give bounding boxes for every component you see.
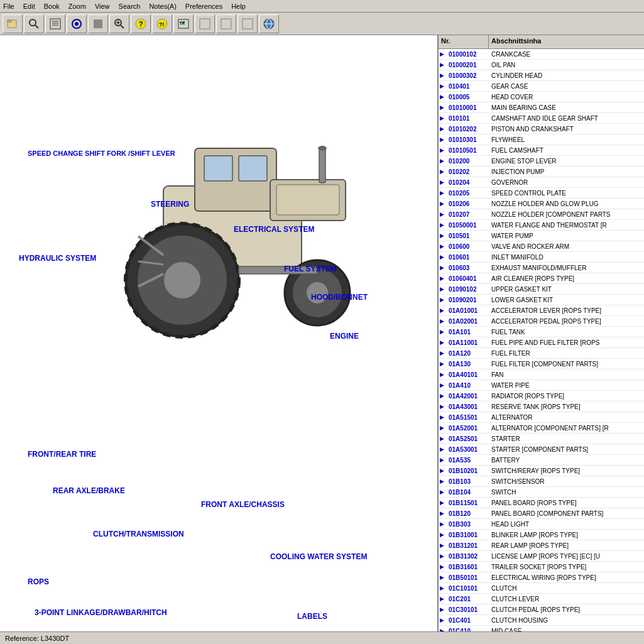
table-row[interactable]: ▶01C201CLUTCH LEVER — [439, 594, 644, 604]
label-fuel[interactable]: FUEL SYSTEM — [284, 265, 337, 273]
label-labels[interactable]: LABELS — [297, 612, 327, 621]
label-front-rear-tire[interactable]: FRONT/REAR TIRE — [28, 450, 96, 459]
toolbar-web[interactable] — [259, 14, 279, 33]
toolbar-prev[interactable] — [195, 14, 215, 33]
menu-preferences[interactable]: Preferences — [183, 3, 224, 10]
table-row[interactable]: ▶010206NOZZLE HOLDER AND GLOW PLUG — [439, 199, 644, 209]
table-row[interactable]: ▶01B103SWITCH/SENSOR — [439, 476, 644, 487]
table-row[interactable]: ▶01010301FLYWHEEL — [439, 134, 644, 145]
table-row[interactable]: ▶01B11501PANEL BOARD [ROPS TYPE] — [439, 498, 644, 508]
menu-zoom[interactable]: Zoom — [67, 3, 88, 10]
toolbar-index[interactable] — [45, 14, 65, 33]
table-row[interactable]: ▶010401GEAR CASE — [439, 81, 644, 92]
row-description: VALVE AND ROCKER ARM — [490, 243, 644, 250]
toolbar-select[interactable] — [88, 14, 108, 33]
table-row[interactable]: ▶010205SPEED CONTROL PLATE — [439, 188, 644, 199]
menu-help[interactable]: Help — [229, 3, 248, 10]
table-row[interactable]: ▶01A40101FAN — [439, 369, 644, 380]
table-row[interactable]: ▶010202INJECTION PUMP — [439, 166, 644, 177]
table-row[interactable]: ▶01000201OIL PAN — [439, 60, 644, 70]
toolbar-next[interactable] — [216, 14, 236, 33]
table-row[interactable]: ▶01A42001RADIATOR [ROPS TYPE] — [439, 391, 644, 401]
menu-view[interactable]: View — [93, 3, 112, 10]
table-row[interactable]: ▶01B50101ELECTRICAL WIRING [ROPS TYPE] — [439, 572, 644, 583]
table-row[interactable]: ▶01C10101CLUTCH — [439, 583, 644, 594]
table-row[interactable]: ▶010603EXHAUST MANIFOLD/MUFFLER — [439, 263, 644, 273]
table-row[interactable]: ▶01060401AIR CLEANER [ROPS TYPE] — [439, 273, 644, 284]
table-row[interactable]: ▶01A02001ACCELERATOR PEDAL [ROPS TYPE] — [439, 316, 644, 327]
table-row[interactable]: ▶010601INLET MANIFOLD — [439, 252, 644, 263]
menu-book[interactable]: Book — [42, 3, 62, 10]
label-rops[interactable]: ROPS — [28, 577, 49, 586]
table-row[interactable]: ▶010101CAMSHAFT AND IDLE GEAR SHAFT — [439, 113, 644, 124]
table-row[interactable]: ▶01010001MAIN BEARING CASE — [439, 102, 644, 113]
table-row[interactable]: ▶01B31201REAR LAMP [ROPS TYPE] — [439, 540, 644, 551]
table-row[interactable]: ▶01000302CYLINDER HEAD — [439, 70, 644, 81]
table-row[interactable]: ▶01A52501STARTER — [439, 434, 644, 444]
menu-search[interactable]: Search — [117, 3, 143, 10]
table-row[interactable]: ▶01000102CRANKCASE — [439, 49, 644, 60]
menu-file[interactable]: File — [1, 3, 16, 10]
table-row[interactable]: ▶01A01001ACCELERATOR LEVER [ROPS TYPE] — [439, 305, 644, 316]
table-row[interactable]: ▶01B31601TRAILER SOCKET [ROPS TYPE] — [439, 562, 644, 572]
menu-edit[interactable]: Edit — [21, 3, 37, 10]
table-row[interactable]: ▶010207NOZZLE HOLDER [COMPONENT PARTS — [439, 209, 644, 220]
menu-notes[interactable]: Notes(A) — [147, 3, 178, 10]
table-row[interactable]: ▶01B10201SWITCH/RERAY [ROPS TYPE] — [439, 466, 644, 476]
table-row[interactable]: ▶01C30101CLUTCH PEDAL [ROPS TYPE] — [439, 604, 644, 615]
table-row[interactable]: ▶01A130FUEL FILTER [COMPONENT PARTS] — [439, 359, 644, 369]
label-engine[interactable]: ENGINE — [330, 332, 359, 341]
label-front-axle[interactable]: FRONT AXLE/CHASSIS — [201, 500, 285, 509]
table-row[interactable]: ▶01B120PANEL BOARD [COMPONENT PARTS] — [439, 508, 644, 519]
label-speed-change[interactable]: SPEED CHANGE SHIFT FORK /SHIFT LEVER — [28, 150, 175, 157]
table-row[interactable]: ▶01050001WATER FLANGE AND THERMOSTAT [R — [439, 220, 644, 231]
label-rear-axle[interactable]: REAR AXLE/BRAKE — [53, 486, 125, 495]
toolbar-open[interactable] — [3, 14, 23, 33]
table-row[interactable]: ▶01A410WATER PIPE — [439, 380, 644, 391]
table-row[interactable]: ▶01A51501ALTERNATOR — [439, 412, 644, 423]
table-row[interactable]: ▶01090201LOWER GASKET KIT — [439, 295, 644, 305]
table-row[interactable]: ▶010200ENGINE STOP LEVER — [439, 156, 644, 166]
toolbar-map[interactable]: 🗺 — [173, 14, 194, 33]
table-row[interactable]: ▶01010202PISTON AND CRANKSHAFT — [439, 124, 644, 134]
table-row[interactable]: ▶01A52001ALTERNATOR [COMPONENT PARTS] [R — [439, 423, 644, 434]
svg-line-12 — [121, 25, 124, 28]
table-row[interactable]: ▶01A11001FUEL PIPE AND FUEL FILTER [ROPS — [439, 337, 644, 348]
table-row[interactable]: ▶01090102UPPER GASKET KIT — [439, 284, 644, 295]
table-row[interactable]: ▶01010501FUEL CAMSHAFT — [439, 145, 644, 156]
table-row[interactable]: ▶01A535BATTERY — [439, 455, 644, 466]
parts-list[interactable]: ▶01000102CRANKCASE▶01000201OIL PAN▶01000… — [439, 49, 644, 631]
table-row[interactable]: ▶01A120FUEL FILTER — [439, 348, 644, 359]
table-row[interactable]: ▶01A53001STARTER [COMPONENT PARTS] — [439, 444, 644, 455]
row-arrow: ▶ — [439, 542, 447, 548]
table-row[interactable]: ▶010501WATER PUMP — [439, 231, 644, 241]
table-row[interactable]: ▶01C401CLUTCH HOUSING — [439, 615, 644, 626]
toolbar-view2[interactable] — [67, 14, 87, 33]
row-description: PANEL BOARD [ROPS TYPE] — [490, 499, 644, 506]
label-3point[interactable]: 3-POINT LINKAGE/DRAWBAR/HITCH — [35, 608, 167, 617]
toolbar-zoom[interactable] — [109, 14, 129, 33]
table-row[interactable]: ▶01C410MID CASE — [439, 626, 644, 631]
table-row[interactable]: ▶01B31302LICENSE LAMP [ROPS TYPE] [EC] [… — [439, 551, 644, 562]
row-arrow: ▶ — [439, 585, 447, 591]
table-row[interactable]: ▶01B31001BLINKER LAMP [ROPS TYPE] — [439, 530, 644, 540]
label-hydraulic[interactable]: HYDRAULIC SYSTEM — [19, 254, 96, 263]
row-number: 010204 — [447, 179, 490, 186]
toolbar-search[interactable] — [24, 14, 44, 33]
label-steering[interactable]: STEERING — [151, 200, 189, 209]
table-row[interactable]: ▶010005HEAD COVER — [439, 92, 644, 102]
label-clutch[interactable]: CLUTCH/TRANSMISSION — [93, 530, 184, 538]
row-number: 01B103 — [447, 478, 490, 485]
table-row[interactable]: ▶01B104SWITCH — [439, 487, 644, 498]
label-electrical[interactable]: ELECTRICAL SYSTEM — [234, 225, 314, 234]
label-cooling[interactable]: COOLING WATER SYSTEM — [270, 552, 367, 561]
table-row[interactable]: ▶010600VALVE AND ROCKER ARM — [439, 241, 644, 252]
toolbar-help2[interactable]: ?! — [152, 14, 172, 33]
table-row[interactable]: ▶01A101FUEL TANK — [439, 327, 644, 337]
table-row[interactable]: ▶01A43001RESERVE TANK [ROPS TYPE] — [439, 401, 644, 412]
table-row[interactable]: ▶010204GOVERNOR — [439, 177, 644, 188]
toolbar-page[interactable] — [237, 14, 258, 33]
toolbar-help1[interactable]: ? — [131, 14, 151, 33]
table-row[interactable]: ▶01B303HEAD LIGHT — [439, 519, 644, 530]
label-hood[interactable]: HOOD/BONNET — [311, 293, 368, 302]
